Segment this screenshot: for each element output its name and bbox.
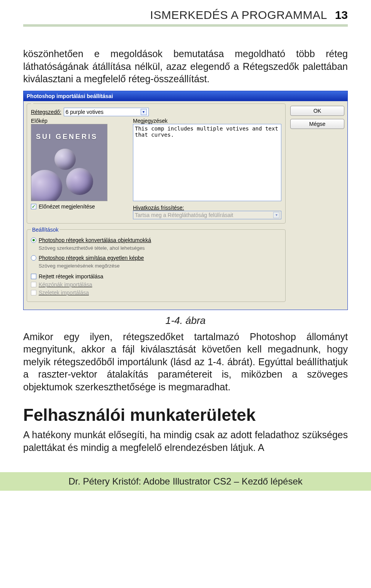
layercomp-select-value: 6 purple votives bbox=[66, 109, 104, 115]
figure-caption: 1-4. ábra bbox=[23, 315, 348, 327]
layercomp-select[interactable]: 6 purple votives ▾ bbox=[64, 108, 149, 116]
import-slices-label: Szeletek importálása bbox=[39, 290, 89, 296]
link-update-label: Hivatkozás frissítése: bbox=[133, 205, 281, 211]
link-update-select: Tartsa meg a Rétegláthatóság felülírásai… bbox=[133, 211, 281, 219]
preview-swirl-icon bbox=[54, 149, 76, 170]
preview-swirl-icon bbox=[31, 170, 62, 201]
notes-textarea[interactable] bbox=[133, 124, 281, 201]
dialog-titlebar: Photoshop importálási beállításai bbox=[24, 91, 347, 101]
import-imagemaps-checkbox bbox=[31, 282, 36, 287]
show-preview-checkbox[interactable] bbox=[31, 204, 36, 209]
convert-layers-label: Photoshop rétegek konvertálása objektumo… bbox=[39, 237, 151, 243]
footer-text: Dr. Pétery Kristóf: Adobe Illustrator CS… bbox=[68, 476, 303, 486]
layercomp-group: Rétegszedő: 6 purple votives ▾ Előkép SU… bbox=[27, 103, 286, 224]
layercomp-label: Rétegszedő: bbox=[31, 109, 61, 115]
page-footer: Dr. Pétery Kristóf: Adobe Illustrator CS… bbox=[0, 472, 371, 491]
page-number: 13 bbox=[335, 8, 348, 22]
link-update-value: Tartsa meg a Rétegláthatóság felülírásai… bbox=[135, 212, 233, 218]
notes-label: Megjegyzések bbox=[133, 118, 281, 124]
intro-paragraph: köszönhetően e megoldások bemutatása meg… bbox=[23, 47, 348, 85]
convert-layers-radio[interactable] bbox=[31, 237, 36, 243]
figure-paragraph: Amikor egy ilyen, rétegszedőket tartalma… bbox=[23, 330, 348, 393]
settings-legend: Beállítások bbox=[31, 227, 60, 233]
section-paragraph: A hatékony munkát elősegíti, ha mindig c… bbox=[23, 429, 348, 454]
preview-overlay-text: SUI GENERIS bbox=[36, 133, 98, 141]
preview-thumbnail: SUI GENERIS bbox=[31, 124, 107, 201]
header-rule bbox=[23, 25, 348, 26]
convert-layers-note: Szöveg szerkeszthetővé tétele, ahol lehe… bbox=[39, 245, 281, 251]
section-heading: Felhasználói munkaterületek bbox=[23, 405, 348, 425]
import-hidden-label: Rejtett rétegek importálása bbox=[39, 273, 103, 280]
import-imagemaps-label: Képzónák importálása bbox=[39, 281, 92, 288]
import-hidden-checkbox[interactable] bbox=[31, 274, 36, 279]
cancel-button[interactable]: Mégse bbox=[290, 119, 344, 129]
chevron-down-icon: ▾ bbox=[141, 109, 147, 115]
preview-label: Előkép bbox=[31, 118, 128, 124]
show-preview-label: Előnézet megjelenítése bbox=[39, 203, 95, 210]
flatten-layers-radio[interactable] bbox=[31, 255, 36, 261]
ok-button[interactable]: OK bbox=[290, 106, 344, 116]
chevron-down-icon: ▾ bbox=[273, 212, 279, 218]
import-slices-checkbox bbox=[31, 290, 36, 295]
flatten-layers-label: Photoshop rétegek simítása egyetlen képb… bbox=[39, 255, 144, 261]
photoshop-import-dialog: Photoshop importálási beállításai Rétegs… bbox=[23, 91, 348, 310]
flatten-layers-note: Szöveg megjelenésének megőrzése bbox=[39, 263, 281, 269]
running-title: ISMERKEDÉS A PROGRAMMAL bbox=[150, 8, 327, 22]
settings-group: Beállítások Photoshop rétegek konvertálá… bbox=[27, 227, 286, 302]
preview-swirl-icon bbox=[66, 168, 93, 195]
